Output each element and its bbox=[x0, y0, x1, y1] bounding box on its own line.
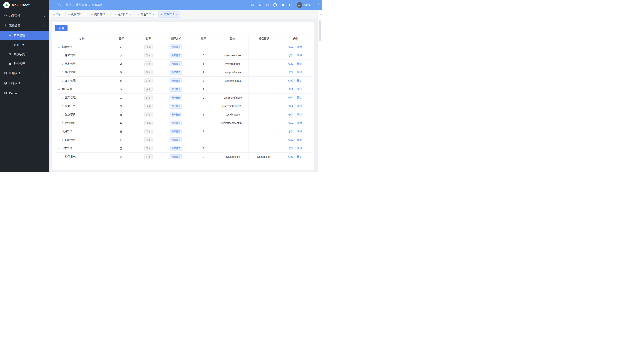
folder-icon bbox=[8, 62, 12, 65]
close-icon[interactable]: × bbox=[106, 13, 108, 16]
breadcrumb-menu-management[interactable]: 菜单管理 bbox=[92, 3, 103, 7]
delete-link[interactable]: 删除 bbox=[297, 155, 302, 158]
font-size-icon[interactable] bbox=[258, 3, 262, 7]
row-name: 消息管理 bbox=[65, 138, 76, 142]
edit-link[interactable]: 修改 bbox=[288, 62, 294, 65]
row-route: sys/attachment/in… bbox=[217, 119, 248, 127]
menu-icon bbox=[120, 96, 123, 99]
row-sort: 3 bbox=[190, 119, 217, 127]
sidebar-item-data-dictionary[interactable]: 数据字典 bbox=[0, 50, 49, 59]
scrollbar-thumb[interactable] bbox=[319, 20, 321, 41]
add-button[interactable]: 新增 bbox=[55, 25, 68, 31]
tab-org-management[interactable]: 机构管理 × bbox=[66, 11, 88, 18]
row-expand-caret[interactable] bbox=[58, 46, 60, 48]
post-icon bbox=[120, 71, 123, 74]
sidebar-item-log-management[interactable]: 日志管理 bbox=[0, 78, 49, 88]
close-icon[interactable]: × bbox=[176, 13, 178, 16]
edit-link[interactable]: 修改 bbox=[288, 113, 294, 116]
sidebar-item-label: 系统设置 bbox=[9, 24, 20, 28]
row-expand-caret[interactable] bbox=[58, 130, 60, 132]
sidebar-item-system-settings[interactable]: 系统设置 bbox=[0, 21, 49, 31]
close-icon[interactable]: × bbox=[130, 13, 131, 16]
tab-user-management[interactable]: 用户管理 × bbox=[112, 11, 134, 18]
row-expand-caret[interactable] bbox=[62, 105, 64, 107]
sidebar-item-app-management[interactable]: 应用管理 bbox=[0, 68, 49, 78]
delete-link[interactable]: 删除 bbox=[297, 121, 302, 124]
breadcrumb-system-settings[interactable]: 系统设置 bbox=[76, 3, 87, 7]
sidebar-item-permission[interactable]: 权限管理 bbox=[0, 11, 49, 21]
fullscreen-icon[interactable] bbox=[289, 3, 292, 7]
edit-link[interactable]: 修改 bbox=[288, 138, 294, 141]
open-tag: 内部打开 bbox=[170, 78, 182, 83]
row-route: sys/org/index bbox=[217, 60, 248, 68]
sidebar-item-menu-management[interactable]: 菜单管理 bbox=[0, 31, 49, 40]
row-expand-caret[interactable] bbox=[62, 139, 64, 141]
tab-home[interactable]: 首页 bbox=[51, 11, 64, 18]
github-icon[interactable] bbox=[274, 3, 277, 7]
close-icon[interactable]: × bbox=[153, 13, 154, 16]
row-name-wrap: 岗位管理 bbox=[57, 71, 106, 74]
delete-link[interactable]: 删除 bbox=[297, 113, 302, 116]
tab-post-management[interactable]: 岗位管理 × bbox=[89, 11, 111, 18]
row-auth bbox=[248, 119, 279, 127]
row-expand-caret[interactable] bbox=[62, 122, 64, 124]
edit-link[interactable]: 修改 bbox=[288, 104, 294, 107]
close-icon[interactable]: × bbox=[83, 13, 85, 16]
more-vertical-icon[interactable] bbox=[318, 3, 320, 7]
row-expand-caret[interactable] bbox=[62, 97, 64, 99]
theme-icon[interactable] bbox=[281, 3, 285, 7]
delete-link[interactable]: 删除 bbox=[297, 79, 302, 82]
row-name-wrap: 系统设置 bbox=[57, 88, 106, 91]
watermark-image-icon[interactable] bbox=[250, 3, 254, 7]
edit-link[interactable]: 修改 bbox=[288, 88, 294, 91]
row-name: 系统设置 bbox=[62, 88, 72, 91]
sidebar-item-scheduled-tasks[interactable]: 定时任务 bbox=[0, 40, 49, 50]
tab-menu-management[interactable]: 菜单管理 × bbox=[158, 11, 180, 18]
demo-grid-icon bbox=[4, 92, 7, 95]
edit-link[interactable]: 修改 bbox=[288, 130, 294, 133]
sidebar-item-attachment-management[interactable]: 附件管理 bbox=[0, 59, 49, 68]
row-expand-caret[interactable] bbox=[62, 114, 64, 115]
row-expand-caret[interactable] bbox=[62, 63, 64, 65]
row-expand-caret[interactable] bbox=[58, 147, 60, 149]
delete-link[interactable]: 删除 bbox=[297, 138, 302, 141]
row-route: sys/menu/index bbox=[217, 94, 248, 102]
edit-link[interactable]: 修改 bbox=[288, 121, 294, 124]
user-menu[interactable]: admin bbox=[296, 2, 314, 8]
delete-link[interactable]: 删除 bbox=[297, 130, 302, 133]
delete-link[interactable]: 删除 bbox=[297, 71, 302, 74]
row-expand-caret[interactable] bbox=[62, 71, 64, 73]
refresh-icon[interactable] bbox=[58, 3, 62, 7]
org-icon bbox=[120, 63, 123, 66]
sidebar-item-demo[interactable]: Demo bbox=[0, 88, 49, 98]
delete-link[interactable]: 删除 bbox=[297, 104, 302, 107]
language-globe-icon[interactable] bbox=[266, 3, 270, 7]
col-header-icon: 图标 bbox=[108, 35, 135, 43]
row-expand-caret[interactable] bbox=[58, 88, 60, 90]
delete-link[interactable]: 删除 bbox=[297, 54, 302, 57]
delete-link[interactable]: 删除 bbox=[297, 88, 302, 91]
edit-link[interactable]: 修改 bbox=[288, 96, 294, 99]
row-expand-caret[interactable] bbox=[62, 80, 64, 82]
edit-link[interactable]: 修改 bbox=[288, 45, 294, 48]
delete-link[interactable]: 删除 bbox=[297, 45, 302, 48]
row-expand-caret[interactable] bbox=[62, 55, 64, 56]
delete-link[interactable]: 删除 bbox=[297, 147, 302, 150]
open-tag: 内部打开 bbox=[170, 137, 182, 142]
tab-dot bbox=[68, 14, 70, 15]
tab-dropdown-button[interactable] bbox=[318, 10, 322, 19]
tab-label: 菜单管理 bbox=[164, 13, 174, 16]
tab-role-management[interactable]: 角色管理 × bbox=[135, 11, 157, 18]
delete-link[interactable]: 删除 bbox=[297, 96, 302, 99]
edit-link[interactable]: 修改 bbox=[288, 147, 294, 150]
type-tag: 菜单 bbox=[144, 154, 153, 159]
type-tag: 菜单 bbox=[144, 78, 153, 83]
row-name-wrap: 应用管理 bbox=[57, 130, 106, 133]
edit-link[interactable]: 修改 bbox=[288, 155, 294, 158]
edit-link[interactable]: 修改 bbox=[288, 71, 294, 74]
breadcrumb-home[interactable]: 首页 bbox=[66, 3, 71, 7]
collapse-sidebar-icon[interactable] bbox=[52, 3, 55, 7]
edit-link[interactable]: 修改 bbox=[288, 54, 294, 57]
edit-link[interactable]: 修改 bbox=[288, 79, 294, 82]
delete-link[interactable]: 删除 bbox=[297, 62, 302, 65]
